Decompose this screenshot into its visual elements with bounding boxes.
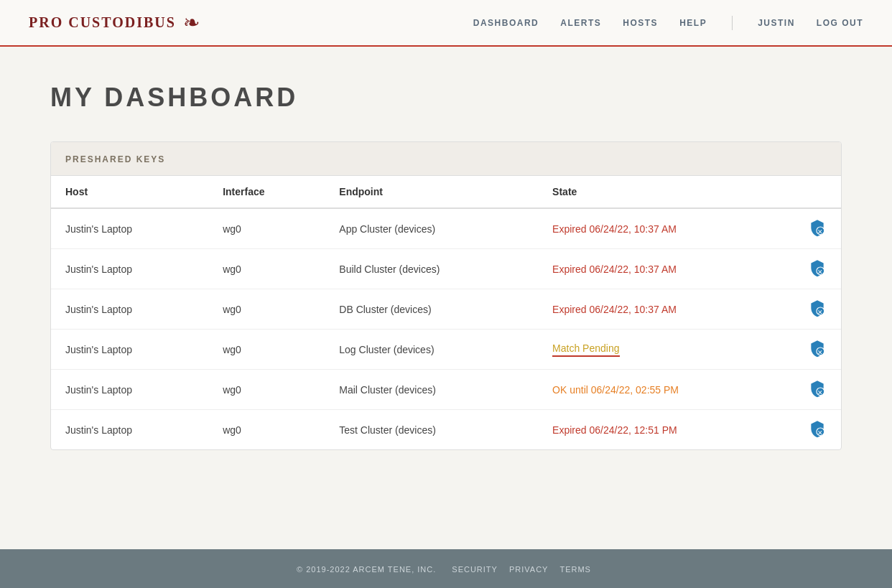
cell-action[interactable]: ✕ — [794, 410, 841, 450]
cell-state: Expired 06/24/22, 10:37 AM — [538, 208, 794, 249]
cell-host: Justin's Laptop — [51, 370, 208, 410]
shield-icon[interactable]: ✕ — [808, 258, 827, 277]
cell-interface: wg0 — [208, 289, 325, 330]
col-interface: Interface — [208, 176, 325, 208]
logout-link[interactable]: LOG OUT — [817, 18, 863, 28]
svg-text:✕: ✕ — [817, 429, 823, 437]
col-endpoint: Endpoint — [325, 176, 538, 208]
nav-dashboard[interactable]: DASHBOARD — [473, 18, 539, 28]
cell-host: Justin's Laptop — [51, 330, 208, 370]
shield-icon[interactable]: ✕ — [808, 299, 827, 317]
table-header-row: Host Interface Endpoint State — [51, 176, 841, 208]
col-action — [794, 176, 841, 208]
cell-state: OK until 06/24/22, 02:55 PM — [538, 370, 794, 410]
cell-action[interactable]: ✕ — [794, 330, 841, 370]
logo: PRO CUSTODIBUS ❧ — [29, 11, 200, 34]
footer-link-security[interactable]: SECURITY — [452, 565, 498, 574]
cell-interface: wg0 — [208, 249, 325, 289]
svg-text:✕: ✕ — [817, 389, 823, 396]
section-title: PRESHARED KEYS — [65, 154, 165, 164]
cell-host: Justin's Laptop — [51, 249, 208, 289]
match-pending-state: Match Pending — [552, 342, 619, 357]
cell-endpoint: Mail Cluster (devices) — [325, 370, 538, 410]
table-row: Justin's Laptopwg0Mail Cluster (devices)… — [51, 370, 841, 410]
col-state: State — [538, 176, 794, 208]
main-nav: DASHBOARD ALERTS HOSTS HELP JUSTIN LOG O… — [473, 16, 863, 30]
cell-endpoint: Test Cluster (devices) — [325, 410, 538, 450]
cell-action[interactable]: ✕ — [794, 289, 841, 330]
user-name: JUSTIN — [758, 18, 795, 28]
cell-state: Match Pending — [538, 330, 794, 370]
cell-state: Expired 06/24/22, 10:37 AM — [538, 289, 794, 330]
match-underline — [552, 355, 619, 357]
table-row: Justin's Laptopwg0App Cluster (devices)E… — [51, 208, 841, 249]
cell-interface: wg0 — [208, 208, 325, 249]
nav-help[interactable]: HELP — [679, 18, 707, 28]
cell-endpoint: Build Cluster (devices) — [325, 249, 538, 289]
table-row: Justin's Laptopwg0Build Cluster (devices… — [51, 249, 841, 289]
cell-state: Expired 06/24/22, 10:37 AM — [538, 249, 794, 289]
nav-alerts[interactable]: ALERTS — [560, 18, 601, 28]
cell-endpoint: Log Cluster (devices) — [325, 330, 538, 370]
cell-interface: wg0 — [208, 330, 325, 370]
svg-text:✕: ✕ — [817, 349, 823, 356]
cell-interface: wg0 — [208, 370, 325, 410]
cell-endpoint: App Cluster (devices) — [325, 208, 538, 249]
page-title: MY DASHBOARD — [50, 83, 842, 113]
cell-endpoint: DB Cluster (devices) — [325, 289, 538, 330]
svg-text:✕: ✕ — [817, 228, 823, 235]
shield-icon[interactable]: ✕ — [808, 218, 827, 237]
table-row: Justin's Laptopwg0DB Cluster (devices)Ex… — [51, 289, 841, 330]
svg-text:✕: ✕ — [817, 309, 823, 316]
logo-icon: ❧ — [183, 11, 200, 34]
cell-interface: wg0 — [208, 410, 325, 450]
footer-link-terms[interactable]: TERMS — [559, 565, 591, 574]
preshared-keys-card: PRESHARED KEYS Host Interface Endpoint S… — [50, 141, 842, 450]
nav-divider — [732, 16, 733, 30]
cell-host: Justin's Laptop — [51, 410, 208, 450]
cell-action[interactable]: ✕ — [794, 208, 841, 249]
cell-state: Expired 06/24/22, 12:51 PM — [538, 410, 794, 450]
col-host: Host — [51, 176, 208, 208]
cell-host: Justin's Laptop — [51, 289, 208, 330]
card-header: PRESHARED KEYS — [51, 142, 841, 176]
shield-icon[interactable]: ✕ — [808, 419, 827, 438]
footer: © 2019-2022 ARCEM TENE, INC. SECURITY PR… — [0, 549, 892, 588]
footer-copyright: © 2019-2022 ARCEM TENE, INC. — [297, 565, 436, 574]
cell-host: Justin's Laptop — [51, 208, 208, 249]
cell-action[interactable]: ✕ — [794, 249, 841, 289]
shield-icon[interactable]: ✕ — [808, 339, 827, 358]
logo-text: PRO CUSTODIBUS — [29, 14, 176, 31]
table-row: Justin's Laptopwg0Log Cluster (devices)M… — [51, 330, 841, 370]
table-row: Justin's Laptopwg0Test Cluster (devices)… — [51, 410, 841, 450]
footer-link-privacy[interactable]: PRIVACY — [509, 565, 548, 574]
preshared-keys-table: Host Interface Endpoint State Justin's L… — [51, 176, 841, 449]
shield-icon[interactable]: ✕ — [808, 379, 827, 398]
svg-text:✕: ✕ — [817, 269, 823, 276]
nav-hosts[interactable]: HOSTS — [623, 18, 658, 28]
cell-action[interactable]: ✕ — [794, 370, 841, 410]
